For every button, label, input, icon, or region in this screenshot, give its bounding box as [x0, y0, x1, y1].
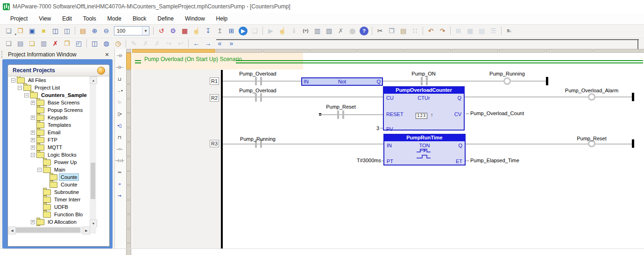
- function-block-icon[interactable]: ▯•: [115, 109, 124, 119]
- run-icon[interactable]: ▶: [239, 27, 248, 35]
- zoom-in-icon[interactable]: ⊕: [89, 26, 100, 36]
- undo-icon[interactable]: ↶: [425, 26, 436, 36]
- hscroll-thumb[interactable]: [16, 227, 80, 233]
- scroll-down-icon[interactable]: ▼: [90, 220, 97, 227]
- download-project-icon[interactable]: ↧: [203, 26, 213, 36]
- tree-item-counte[interactable]: Counte: [8, 173, 89, 181]
- rung3-wire[interactable]: [223, 144, 383, 145]
- pv-value[interactable]: 3: [352, 125, 379, 131]
- no-contact[interactable]: [426, 77, 428, 85]
- save-icon[interactable]: ▣: [27, 26, 37, 36]
- tag-label[interactable]: Pump_Running: [489, 71, 525, 76]
- tree-item-counte[interactable]: Counte: [8, 181, 89, 188]
- input-block-icon[interactable]: •▯: [115, 120, 124, 131]
- add-register-icon[interactable]: ▤: [15, 38, 26, 49]
- reset-branch-wire[interactable]: [319, 114, 383, 115]
- tree-item-logic-blocks[interactable]: −Logic Blocks: [8, 151, 89, 159]
- rung-number[interactable]: R1: [210, 77, 219, 85]
- tree-item-power-up[interactable]: Power Up: [8, 159, 89, 166]
- menu-mode[interactable]: Mode: [102, 14, 127, 24]
- paste-icon[interactable]: ▤: [398, 26, 409, 36]
- tree-item-mqtt[interactable]: +MQTT: [8, 144, 89, 151]
- compile-icon[interactable]: ↺: [156, 26, 167, 36]
- tree-item-email[interactable]: +Email: [8, 129, 89, 136]
- no-contact[interactable]: [255, 77, 257, 85]
- tree-item-label[interactable]: Power Up: [53, 159, 78, 165]
- no-contact[interactable]: [260, 77, 262, 85]
- project-properties-icon[interactable]: ▤: [78, 26, 88, 36]
- panel-header[interactable]: Project Information Window ✕: [0, 49, 114, 60]
- data-logger-icon[interactable]: ◷: [113, 38, 123, 49]
- delete-icon[interactable]: ✗: [50, 38, 61, 49]
- tag-label[interactable]: Pump_Overload_Alarm: [565, 88, 618, 93]
- tree-item-label[interactable]: All Files: [27, 77, 48, 83]
- tree-item-label[interactable]: Counte: [59, 181, 78, 188]
- tree-item-counters-sample[interactable]: −Counters_Sample: [8, 91, 89, 99]
- io-table-icon[interactable]: ⊞: [226, 26, 237, 36]
- down-branch-icon[interactable]: ⊔: [115, 74, 124, 84]
- menu-define[interactable]: Define: [152, 14, 179, 24]
- block-list-icon[interactable]: ▥: [312, 26, 323, 36]
- tag-label[interactable]: Pump_Reset: [577, 136, 607, 141]
- tree-item-label[interactable]: Keypads: [46, 114, 69, 121]
- tree-item-label[interactable]: Subroutine: [53, 189, 80, 195]
- network-monitor-icon[interactable]: ◫: [89, 38, 100, 49]
- tag-label[interactable]: Pump_Overload: [239, 71, 276, 76]
- select-window-icon[interactable]: ◰: [73, 38, 84, 49]
- zoom-out-icon[interactable]: ⊖: [101, 26, 112, 36]
- no-contact[interactable]: [337, 110, 339, 119]
- tree-item-templates[interactable]: Templates: [8, 121, 89, 129]
- collapse-icon[interactable]: −: [31, 153, 35, 157]
- menu-help[interactable]: Help: [211, 14, 234, 24]
- tree-item-label[interactable]: Counte: [59, 174, 78, 180]
- shift-right-icon[interactable]: »: [115, 179, 124, 189]
- close-icon[interactable]: ✕: [103, 51, 111, 58]
- copy-icon[interactable]: ❐: [386, 26, 397, 36]
- tree-item-all-files[interactable]: −All Files: [8, 76, 89, 84]
- collapse-icon[interactable]: −: [11, 78, 15, 83]
- nav-back-icon[interactable]: ←: [191, 38, 202, 49]
- expand-icon[interactable]: +: [31, 145, 35, 150]
- sort-tags-icon[interactable]: S↓: [504, 26, 515, 36]
- tag-label[interactable]: Pump_Overload: [239, 88, 276, 93]
- rung-comment[interactable]: Pump Overload (On Start Up) Scenario: [144, 56, 242, 62]
- tag-label[interactable]: Pump_Reset: [326, 104, 356, 110]
- panel-grip[interactable]: [1, 51, 4, 58]
- transfer-chart-icon[interactable]: ▧: [324, 26, 334, 36]
- tree-item-label[interactable]: Counters_Sample: [40, 92, 88, 98]
- menu-tools[interactable]: Tools: [78, 14, 102, 24]
- ladder-editor[interactable]: Pump Overload (On Start Up) Scenario R1 …: [132, 49, 644, 248]
- tree-item-label[interactable]: FTP: [46, 137, 59, 143]
- chevron-down-icon[interactable]: ▼: [142, 27, 149, 35]
- coil-icon[interactable]: -○-: [115, 144, 124, 154]
- tree-item-timer-interr[interactable]: Timer Interr: [8, 196, 89, 203]
- download-to-device-icon[interactable]: ◫: [50, 26, 61, 36]
- tree-item-label[interactable]: Base Screens: [46, 99, 81, 106]
- scroll-up-icon[interactable]: ▲: [90, 76, 97, 84]
- tree-vscrollbar[interactable]: [90, 76, 96, 226]
- cv-variable[interactable]: Pump_Overload_Count: [470, 110, 524, 116]
- output-coil[interactable]: [503, 77, 511, 85]
- no-touch-icon[interactable]: ✗: [335, 26, 346, 36]
- no-contact-icon[interactable]: ⊣⊦: [115, 50, 124, 61]
- tree-item-label[interactable]: Function Blo: [53, 211, 84, 218]
- power-rail-icon[interactable]: ═: [115, 167, 124, 177]
- scroll-right-icon[interactable]: ▶: [83, 227, 90, 234]
- target-icon[interactable]: ◎: [347, 26, 358, 36]
- indent-icon[interactable]: ⇒: [115, 190, 124, 200]
- no-contact[interactable]: [255, 93, 257, 102]
- tree-item-label[interactable]: MQTT: [46, 144, 64, 151]
- vscroll-thumb[interactable]: [91, 163, 95, 199]
- tree-item-udfb[interactable]: UDFB: [8, 203, 89, 211]
- rung-number[interactable]: R2: [210, 94, 219, 102]
- no-contact[interactable]: [260, 93, 262, 102]
- redo-icon[interactable]: ↷: [437, 26, 448, 36]
- tree-item-project-list[interactable]: −Project List: [8, 84, 89, 91]
- menu-edit[interactable]: Edit: [57, 14, 78, 24]
- counter-function-block[interactable]: PumpOverloadCounter CU CTUr Q RESET CV 1…: [383, 86, 465, 131]
- new-screen-icon[interactable]: ❏: [3, 38, 14, 49]
- tree-item-label[interactable]: Main: [53, 166, 67, 173]
- menu-block[interactable]: Block: [127, 14, 152, 24]
- tree-item-label[interactable]: Email: [46, 129, 62, 136]
- tree-item-label[interactable]: IO Allocation: [46, 219, 78, 225]
